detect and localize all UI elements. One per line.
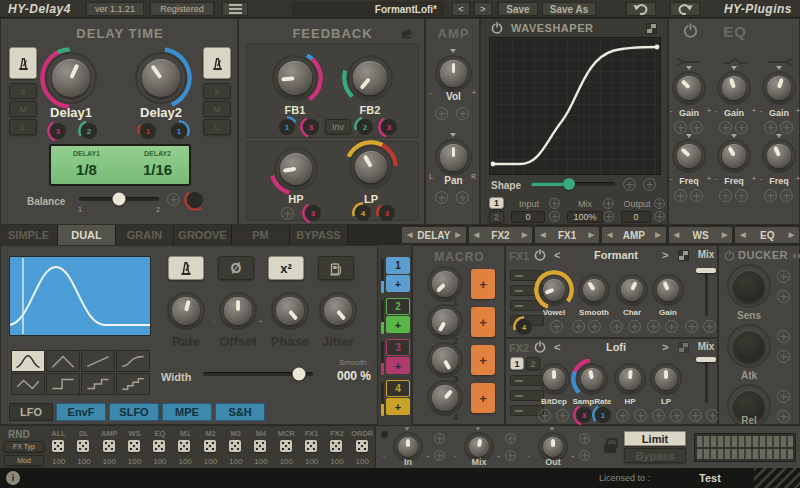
rnd-column-value[interactable]: 100 <box>172 457 197 466</box>
fx2-page1-button[interactable]: 1 <box>510 357 524 370</box>
rnd-column-value[interactable]: 100 <box>97 457 122 466</box>
module-chain-item[interactable]: ◀ FX1 ▶ <box>534 226 600 244</box>
module-chain-item[interactable]: ◀ FX2 ▶ <box>468 226 534 244</box>
chain-prev-icon[interactable]: ◀ <box>607 231 612 239</box>
macro3-knob[interactable] <box>427 342 463 378</box>
ducker-mod-add-icon[interactable] <box>777 270 790 283</box>
shape-mod-add-icon[interactable] <box>643 178 656 191</box>
menu-button[interactable] <box>222 2 248 16</box>
mode-tab[interactable]: GROOVE <box>174 225 232 245</box>
pan-mod-add-icon[interactable] <box>435 191 448 204</box>
fx1-power-icon[interactable] <box>534 249 546 261</box>
lfo-offset-knob[interactable] <box>219 292 257 330</box>
fb1-mod2-knob[interactable]: 3 <box>303 119 319 135</box>
eq-gain2-knob[interactable] <box>717 71 751 105</box>
chain-next-icon[interactable]: ▶ <box>655 231 660 239</box>
eq-mod-add-icon[interactable] <box>735 121 748 134</box>
wave-step-button[interactable] <box>46 373 80 395</box>
hp-knob[interactable] <box>274 147 318 191</box>
dice-icon[interactable] <box>305 440 317 452</box>
fx1-smooth-knob[interactable] <box>578 274 610 306</box>
out-mod-add-icon[interactable] <box>579 433 590 444</box>
macro4-drag-handle[interactable]: + <box>471 383 495 413</box>
dice-icon[interactable] <box>330 440 342 452</box>
macro-slot[interactable]: 3 + <box>381 339 410 376</box>
waveshaper-graph[interactable] <box>489 37 661 175</box>
lfo-phase-invert-button[interactable]: Ø <box>218 256 254 280</box>
fx1-mod-add-icon[interactable] <box>685 320 698 333</box>
rnd-column-value[interactable]: 100 <box>299 457 324 466</box>
eq-mod-add-icon[interactable] <box>780 189 793 202</box>
fx1-gain-knob[interactable] <box>652 274 684 306</box>
chain-prev-icon[interactable]: ◀ <box>407 231 412 239</box>
fx2-mod-add-icon[interactable] <box>634 409 647 422</box>
lp-mod1-knob[interactable]: 4 <box>355 205 371 221</box>
delay2-mod1-knob[interactable]: 1 <box>140 123 156 139</box>
balance-slider-thumb[interactable] <box>113 193 126 206</box>
eq-mod-add-icon[interactable] <box>690 189 703 202</box>
fx2-hp-knob[interactable] <box>614 363 646 395</box>
mode-tab[interactable]: DUAL <box>58 225 116 245</box>
eq-freq3-knob[interactable] <box>762 139 796 173</box>
chain-prev-icon[interactable]: ◀ <box>740 231 745 239</box>
fx2-page2-button[interactable]: 2 <box>526 357 540 370</box>
lfo-jitter-knob[interactable] <box>319 292 357 330</box>
ducker-atk-knob[interactable] <box>727 324 771 368</box>
eq-mod-add-icon[interactable] <box>690 121 703 134</box>
delay1-mod2-knob[interactable]: 2 <box>81 123 97 139</box>
macro-slot-drag-handle[interactable]: + <box>386 398 410 415</box>
sync-left-button[interactable] <box>9 47 37 79</box>
eq-mod-add-icon[interactable] <box>674 189 687 202</box>
ducker-mod-add-icon[interactable] <box>777 290 790 303</box>
ws-output-mod-icon[interactable] <box>654 211 665 222</box>
wave-ramp-button[interactable] <box>81 350 115 372</box>
dice-icon[interactable] <box>103 440 115 452</box>
ducker-power-icon[interactable] <box>724 250 735 261</box>
macro3-drag-handle[interactable]: + <box>471 345 495 375</box>
ws-page2-button[interactable]: 2 <box>489 211 504 223</box>
macro2-knob[interactable] <box>427 304 463 340</box>
dice-icon[interactable] <box>280 440 292 452</box>
macro2-drag-handle[interactable]: + <box>471 307 495 337</box>
shape-slider-thumb[interactable] <box>563 178 575 190</box>
smooth-value[interactable]: 000 % <box>315 369 371 383</box>
dice-icon[interactable] <box>356 440 368 452</box>
fx2-randomize-icon[interactable] <box>678 342 689 353</box>
dice-icon[interactable] <box>52 440 64 452</box>
fb-invert-button[interactable]: Inv <box>325 119 351 134</box>
fx1-vowel-knob[interactable] <box>538 274 570 306</box>
fx2-mod-add-icon[interactable] <box>652 409 665 422</box>
sml-button[interactable]: S <box>9 83 37 99</box>
in-mod-add-icon[interactable] <box>434 433 445 444</box>
ws-output-value[interactable]: 0 <box>621 211 651 223</box>
eq-mod-add-icon[interactable] <box>780 121 793 134</box>
fx2-next-button[interactable]: > <box>662 341 668 353</box>
width-slider[interactable] <box>203 367 313 381</box>
ws-page1-button[interactable]: 1 <box>489 197 504 209</box>
chain-prev-icon[interactable]: ◀ <box>474 231 479 239</box>
lfo-tab[interactable]: EnvF <box>56 403 106 421</box>
fx1-prev-button[interactable]: < <box>554 249 560 261</box>
dice-icon[interactable] <box>254 440 266 452</box>
dice-icon[interactable] <box>178 440 190 452</box>
eq-mod-add-icon[interactable] <box>719 121 732 134</box>
macro-slot-drag-handle[interactable]: + <box>386 357 410 374</box>
undo-button[interactable] <box>626 2 656 16</box>
rnd-mod-button[interactable]: Mod <box>4 455 44 466</box>
save-as-button[interactable]: Save As <box>542 2 596 16</box>
ws-mix-mod-icon[interactable] <box>603 211 614 222</box>
ws-input-mod-icon[interactable] <box>549 198 560 209</box>
fx2-mod-add-icon[interactable] <box>670 409 683 422</box>
ws-mix-value[interactable]: 100% <box>567 211 603 223</box>
delay1-knob[interactable] <box>45 52 97 104</box>
fx1-mod-add-icon[interactable] <box>647 320 660 333</box>
rnd-column-value[interactable]: 100 <box>147 457 172 466</box>
lp-knob[interactable] <box>349 145 393 189</box>
wave-bell-button[interactable] <box>11 350 45 372</box>
macro-slot-number[interactable]: 4 <box>386 380 410 397</box>
mode-tab[interactable]: BYPASS <box>290 225 348 245</box>
dice-icon[interactable] <box>229 440 241 452</box>
fx2-samprate-knob[interactable] <box>576 363 608 395</box>
fx1-char-knob[interactable] <box>616 274 648 306</box>
macro-slot[interactable]: 2 + <box>381 298 410 335</box>
